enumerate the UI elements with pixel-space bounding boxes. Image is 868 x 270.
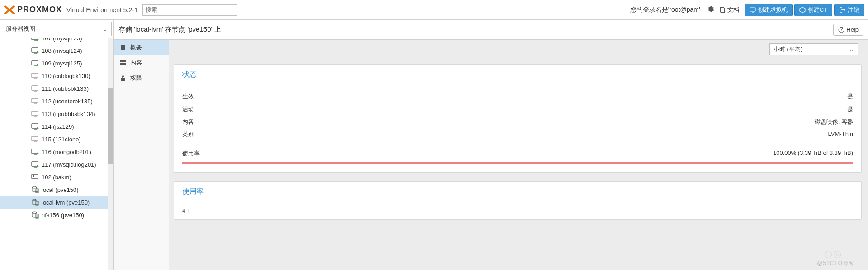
svg-rect-25 (120, 60, 123, 62)
content-area: 存储 'local-lvm' 在节点 'pve150' 上 ? Help 概要内… (114, 20, 868, 270)
top-header: PROXMOX Virtual Environment 5.2-1 您的登录名是… (0, 0, 868, 20)
svg-point-17 (32, 199, 37, 201)
book-icon (719, 7, 726, 13)
vm-on-icon (31, 149, 40, 155)
timeframe-select[interactable]: 小时 (平均) ⌄ (769, 43, 858, 55)
storage-icon (31, 211, 40, 219)
vm-on-icon (31, 38, 40, 41)
chevron-down-icon: ⌄ (849, 46, 854, 53)
vm-off-icon (31, 98, 40, 104)
svg-rect-27 (120, 63, 123, 65)
chart-tools: −↻ (825, 251, 841, 258)
product-name: PROXMOX (17, 5, 62, 14)
usage-card: 使用率 4 T (174, 181, 862, 220)
storage-icon (31, 186, 40, 193)
vm-off-icon (31, 73, 40, 79)
tree-item[interactable]: local (pve150) (0, 183, 113, 196)
tab-grid[interactable]: 内容 (114, 55, 169, 70)
svg-rect-5 (32, 86, 38, 90)
tree-item[interactable]: 111 (cubbsbk133) (0, 82, 113, 95)
status-title: 状态 (182, 70, 853, 79)
svg-rect-26 (123, 60, 126, 62)
subtabs: 概要内容权限 (114, 40, 169, 270)
tree-item[interactable]: 116 (mongodb201) (0, 145, 113, 158)
tree-item[interactable]: 102 (bakm) (0, 171, 113, 183)
status-row: 类别LVM-Thin (182, 128, 853, 141)
svg-rect-29 (121, 78, 125, 81)
cube-icon (799, 7, 806, 13)
svg-rect-7 (32, 111, 38, 116)
lock-icon (119, 75, 127, 81)
tree-item[interactable]: 112 (ucenterbk135) (0, 95, 113, 107)
svg-rect-13 (33, 175, 34, 177)
svg-rect-22 (36, 217, 38, 218)
tab-book[interactable]: 概要 (114, 40, 169, 55)
resource-tree: 107 (mysql123)108 (mysql124)109 (mysql12… (0, 38, 113, 270)
watermark: @51CTO博客 (817, 260, 854, 267)
login-text: 您的登录名是'root@pam' (630, 6, 700, 14)
tab-lock[interactable]: 权限 (114, 70, 169, 86)
breadcrumb-bar: 存储 'local-lvm' 在节点 'pve150' 上 ? Help (114, 20, 868, 40)
tree-item[interactable]: 117 (mysqlculog201) (0, 158, 113, 171)
scrollbar-thumb[interactable] (108, 88, 113, 164)
status-card: 状态 生效是活动是内容磁盘映像, 容器类别LVM-Thin 使用率 100.00… (174, 64, 862, 173)
logout-icon (839, 7, 845, 13)
help-button[interactable]: ? Help (833, 24, 863, 36)
tree-item[interactable]: 109 (mysql125) (0, 57, 113, 70)
docs-link[interactable]: 文档 (719, 6, 739, 14)
vm-on-icon (31, 60, 40, 66)
status-row: 生效是 (182, 90, 853, 103)
tree-item[interactable]: local-lvm (pve150) (0, 196, 113, 209)
svg-rect-28 (123, 63, 126, 65)
svg-text:?: ? (840, 27, 843, 33)
book-icon (119, 44, 127, 51)
svg-rect-4 (32, 73, 38, 78)
chevron-down-icon: ⌄ (103, 26, 108, 33)
status-row: 活动是 (182, 103, 853, 116)
usage-row: 使用率 100.00% (3.39 TiB of 3.39 TiB) (182, 147, 853, 160)
monitor-icon (750, 7, 756, 13)
help-icon: ? (838, 27, 844, 33)
ct-icon (31, 174, 40, 180)
create-ct-button[interactable]: 创建CT (794, 4, 832, 16)
scrollbar-track[interactable] (108, 38, 113, 270)
tree-item[interactable]: 108 (mysql124) (0, 44, 113, 57)
svg-rect-16 (36, 191, 38, 192)
search-input[interactable] (142, 4, 237, 16)
tree-item[interactable]: 110 (cublogbk130) (0, 70, 113, 82)
status-row: 内容磁盘映像, 容器 (182, 116, 853, 128)
vm-on-icon (31, 47, 40, 54)
tree-item[interactable]: 115 (121clone) (0, 133, 113, 145)
tree-item[interactable]: 107 (mysql123) (0, 38, 113, 44)
summary-panel: 小时 (平均) ⌄ 状态 生效是活动是内容磁盘映像, 容器类别LVM-Thin … (169, 40, 868, 270)
gear-icon[interactable] (708, 5, 715, 14)
svg-point-20 (32, 212, 37, 214)
view-selector[interactable]: 服务器视图 ⌄ (2, 22, 112, 36)
svg-rect-6 (32, 98, 38, 103)
svg-rect-9 (32, 136, 38, 141)
logo: PROXMOX (4, 5, 62, 15)
tree-item[interactable]: nfs156 (pve150) (0, 209, 113, 221)
vm-on-icon (31, 161, 40, 168)
usage-bar (182, 162, 853, 164)
svg-rect-0 (750, 8, 755, 11)
svg-rect-19 (36, 204, 38, 205)
logout-button[interactable]: 注销 (834, 4, 864, 16)
vm-off-icon (31, 85, 40, 92)
tree-item[interactable]: 113 (itpubbbsbk134) (0, 107, 113, 120)
tree-item[interactable]: 114 (jsz129) (0, 120, 113, 133)
create-vm-button[interactable]: 创建虚拟机 (745, 4, 793, 16)
breadcrumb: 存储 'local-lvm' 在节点 'pve150' 上 (118, 25, 221, 34)
version-text: Virtual Environment 5.2-1 (66, 6, 138, 14)
vm-on-icon (31, 123, 40, 130)
sidebar: 服务器视图 ⌄ 107 (mysql123)108 (mysql124)109 … (0, 20, 114, 270)
vm-off-icon (31, 136, 40, 142)
storage-icon (31, 199, 40, 206)
grid-icon (119, 60, 127, 66)
vm-off-icon (31, 111, 40, 117)
svg-point-14 (32, 186, 37, 188)
